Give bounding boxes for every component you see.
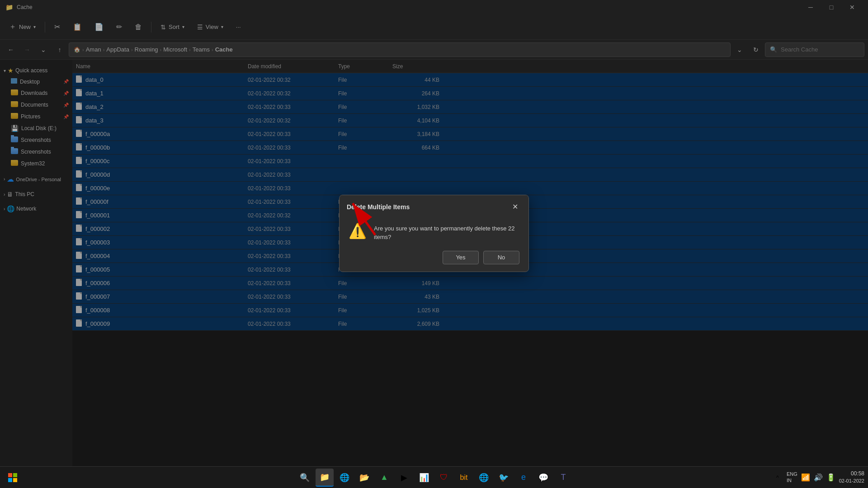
taskbar-files-icon: 📂 (359, 473, 369, 483)
taskbar-search-icon: 🔍 (300, 473, 310, 483)
svg-rect-2 (8, 473, 12, 477)
dialog-overlay: Delete Multiple Items ✕ ⚠️ Are you sure … (0, 0, 868, 466)
taskbar-bit-button[interactable]: bit (455, 469, 473, 487)
taskbar: 🔍 📁 🌐 📂 ▲ ▶ 📊 🛡 bit 🌐 🐦 (0, 466, 868, 488)
taskbar-bit-icon: bit (460, 474, 468, 482)
dialog-buttons: Yes No (340, 251, 528, 272)
taskbar-youtube-icon: ▶ (401, 473, 407, 483)
taskbar-twitter-button[interactable]: 🐦 (495, 469, 513, 487)
taskbar-teams-button[interactable]: T (554, 469, 572, 487)
taskbar-twitter-icon: 🐦 (499, 473, 509, 483)
dialog-no-button[interactable]: No (483, 251, 519, 264)
taskbar-sheets-button[interactable]: 📊 (415, 469, 433, 487)
taskbar-network-icon: 📶 (801, 473, 810, 482)
dialog-close-button[interactable]: ✕ (509, 201, 521, 213)
taskbar-sheets-icon: 📊 (419, 473, 429, 483)
taskbar-time: 00:58 02-01-2022 (839, 470, 864, 484)
taskbar-chrome-icon: 🌐 (340, 473, 349, 483)
warning-icon: ⚠️ (349, 222, 367, 239)
taskbar-browser-button[interactable]: 🌐 (475, 469, 493, 487)
taskbar-volume-icon: 🔊 (814, 473, 823, 482)
taskbar-center: 🔍 📁 🌐 📂 ▲ ▶ 📊 🛡 bit 🌐 🐦 (296, 469, 572, 487)
taskbar-right: ^ ENG IN 📶 🔊 🔋 00:58 02-01-2022 (772, 470, 864, 484)
dialog-message: Are you sure you want to permanently del… (374, 222, 519, 242)
taskbar-chevron-button[interactable]: ^ (772, 470, 783, 485)
taskbar-gdrive-icon: ▲ (380, 473, 388, 482)
taskbar-explorer-button[interactable]: 📁 (316, 469, 334, 487)
taskbar-edge-button[interactable]: e (514, 469, 533, 487)
taskbar-lang: ENG IN (787, 471, 797, 483)
taskbar-edge-icon: e (521, 473, 526, 482)
dialog-yes-button[interactable]: Yes (443, 251, 479, 264)
svg-rect-4 (8, 478, 12, 482)
svg-rect-3 (13, 473, 17, 477)
dialog-title-bar: Delete Multiple Items ✕ (340, 195, 528, 217)
taskbar-vpn-button[interactable]: 🛡 (435, 469, 453, 487)
taskbar-search-button[interactable]: 🔍 (296, 469, 314, 487)
taskbar-whatsapp-icon: 💬 (538, 473, 548, 483)
taskbar-youtube-button[interactable]: ▶ (395, 469, 413, 487)
taskbar-chrome-button[interactable]: 🌐 (335, 469, 354, 487)
taskbar-files-button[interactable]: 📂 (355, 469, 373, 487)
taskbar-battery-icon: 🔋 (826, 473, 835, 482)
taskbar-whatsapp-button[interactable]: 💬 (534, 469, 552, 487)
svg-rect-5 (13, 478, 17, 482)
taskbar-vpn-icon: 🛡 (440, 473, 448, 482)
taskbar-gdrive-button[interactable]: ▲ (375, 469, 393, 487)
taskbar-explorer-icon: 📁 (320, 472, 330, 482)
taskbar-start-button[interactable] (4, 469, 22, 487)
taskbar-browser-icon: 🌐 (479, 473, 489, 483)
dialog-body: ⚠️ Are you sure you want to permanently … (340, 217, 528, 251)
delete-dialog: Delete Multiple Items ✕ ⚠️ Are you sure … (339, 195, 529, 272)
taskbar-teams-icon: T (561, 473, 566, 482)
dialog-title: Delete Multiple Items (347, 203, 410, 211)
